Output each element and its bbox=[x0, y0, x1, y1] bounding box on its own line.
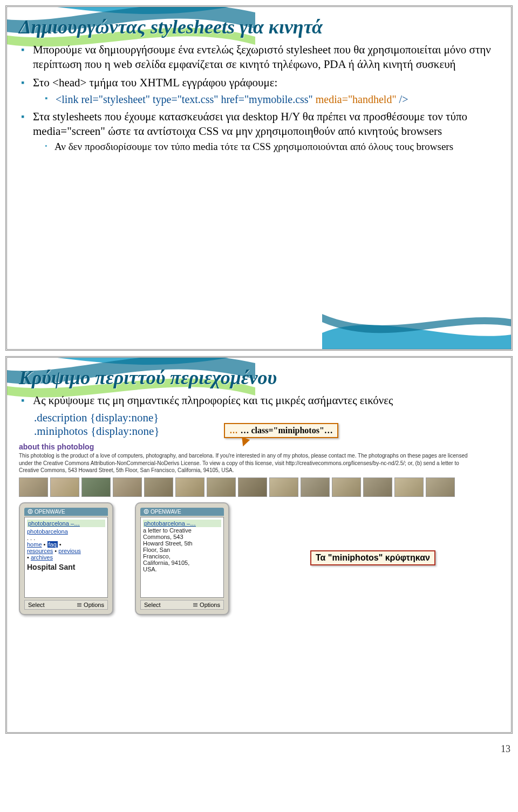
svg-rect-6 bbox=[193, 604, 197, 605]
screen-nav: home • faq • resources • previous • arch… bbox=[27, 541, 105, 561]
bullet-text: Στα stylesheets που έχουμε κατασκευάσει … bbox=[33, 110, 467, 138]
thumbnail bbox=[301, 477, 330, 497]
bullet: Στα stylesheets που έχουμε κατασκευάσει … bbox=[21, 110, 499, 154]
menu-icon bbox=[77, 602, 82, 608]
code-line: /> bbox=[397, 93, 408, 105]
svg-rect-7 bbox=[193, 606, 197, 606]
bullet-text: Ας κρύψουμε τις μη σημαντικές πληροφορίε… bbox=[33, 394, 393, 407]
code-line: <link rel="stylesheet" type="text.css" h… bbox=[56, 93, 313, 105]
screen-text: Commons, 543 bbox=[143, 534, 221, 540]
phone-mock-1: OPENWAVE photobarcelona –… photobarcelon… bbox=[19, 502, 113, 615]
code-highlight: media="handheld" bbox=[316, 93, 397, 105]
screen-text: Floor, San bbox=[143, 547, 221, 553]
nav-link-active: faq bbox=[47, 541, 58, 548]
bullet-text: Μπορούμε να δημιουργήσουμε ένα εντελώς ξ… bbox=[33, 43, 491, 71]
softkey-select: Select bbox=[28, 602, 45, 608]
softkey-options: Options bbox=[200, 602, 220, 608]
bullet: Ας κρύψουμε τις μη σημαντικές πληροφορίε… bbox=[21, 393, 499, 408]
thumbnail bbox=[332, 477, 361, 497]
nav-link: resources bbox=[27, 548, 53, 554]
nav-link: archives bbox=[31, 554, 53, 561]
miniphotos-row bbox=[19, 477, 499, 497]
thumbnail bbox=[426, 477, 455, 497]
screen-title: photobarcelona –… bbox=[144, 520, 196, 527]
thumbnail bbox=[50, 477, 79, 497]
screen-link: photobarcelona bbox=[27, 528, 105, 535]
about-header: about this photoblog bbox=[19, 442, 499, 451]
slide-2: Κρύψιμο περιττού περιεχομένου Ας κρύψουμ… bbox=[5, 356, 513, 734]
about-text: This photoblog is the product of a love … bbox=[19, 452, 472, 474]
sub-bullet: Αν δεν προσδιορίσουμε τον τύπο media τότ… bbox=[45, 140, 499, 153]
thumbnail bbox=[269, 477, 298, 497]
bullet: Μπορούμε να δημιουργήσουμε ένα εντελώς ξ… bbox=[21, 43, 499, 72]
page-number: 13 bbox=[0, 739, 518, 760]
callout-text: Τα "miniphotos" κρύφτηκαν bbox=[316, 553, 430, 562]
thumbnail bbox=[238, 477, 267, 497]
screen-title: photobarcelona –… bbox=[28, 520, 80, 527]
slide-title: Κρύψιμο περιττού περιεχομένου bbox=[19, 367, 499, 389]
menu-icon bbox=[193, 602, 198, 608]
screenshot-mock: about this photoblog This photoblog is t… bbox=[19, 442, 499, 615]
thumbnail bbox=[394, 477, 424, 497]
screen-text: a letter to Creative bbox=[143, 527, 221, 534]
thumbnail bbox=[19, 477, 48, 497]
svg-rect-5 bbox=[193, 603, 197, 604]
thumbnail bbox=[81, 477, 111, 497]
phone-softkeys: Select Options bbox=[140, 600, 224, 610]
screen-text: . . . bbox=[27, 535, 105, 541]
slide-title: Δημιουργώντας stylesheets για κινητά bbox=[19, 17, 499, 38]
callout-miniphotos-class: … … class="miniphotos"… bbox=[224, 423, 338, 438]
phone-screen: photobarcelona –… photobarcelona . . . h… bbox=[24, 517, 108, 598]
phone-screen: photobarcelona –… a letter to Creative C… bbox=[140, 517, 224, 598]
thumbnail bbox=[113, 477, 142, 497]
wave-decoration-icon bbox=[322, 301, 513, 351]
bullet: Στο <head> τμήμα του XHTML εγγράφου γράφ… bbox=[21, 76, 499, 106]
svg-rect-3 bbox=[77, 606, 81, 606]
phone-brand: OPENWAVE bbox=[140, 508, 224, 516]
screen-text: Francisco, bbox=[143, 553, 221, 559]
slide-1: Δημιουργώντας stylesheets για κινητά Μπο… bbox=[5, 5, 513, 351]
nav-link: previous bbox=[58, 548, 81, 554]
brand-label: OPENWAVE bbox=[151, 509, 181, 515]
thumbnail bbox=[144, 477, 173, 497]
phone-brand: OPENWAVE bbox=[24, 508, 108, 516]
screen-text: California, 94105, bbox=[143, 559, 221, 566]
nav-link: home bbox=[27, 541, 42, 548]
css-rule: .miniphotos {display:none} bbox=[34, 425, 160, 438]
svg-rect-1 bbox=[77, 603, 81, 604]
globe-icon bbox=[144, 509, 149, 514]
phone-mock-2: OPENWAVE photobarcelona –… a letter to C… bbox=[135, 502, 229, 615]
softkey-select: Select bbox=[144, 602, 161, 608]
svg-rect-2 bbox=[77, 604, 81, 605]
sub-bullet: <link rel="stylesheet" type="text.css" h… bbox=[45, 92, 499, 106]
screen-heading: Hospital Sant bbox=[27, 563, 105, 571]
screen-text: Howard Street, 5th bbox=[143, 540, 221, 547]
softkey-options: Options bbox=[84, 602, 104, 608]
phone-softkeys: Select Options bbox=[24, 600, 108, 610]
callout-text: … class="miniphotos"… bbox=[240, 426, 332, 435]
thumbnail bbox=[363, 477, 392, 497]
brand-label: OPENWAVE bbox=[35, 509, 65, 515]
thumbnail bbox=[207, 477, 236, 497]
thumbnail bbox=[175, 477, 205, 497]
bullet-text: Στο <head> τμήμα του XHTML εγγράφου γράφ… bbox=[33, 76, 277, 89]
globe-icon bbox=[28, 509, 33, 514]
bullet-text: Αν δεν προσδιορίσουμε τον τύπο media τότ… bbox=[54, 141, 453, 152]
screen-text: USA. bbox=[143, 566, 221, 572]
callout-hidden: Τα "miniphotos" κρύφτηκαν bbox=[310, 550, 435, 565]
